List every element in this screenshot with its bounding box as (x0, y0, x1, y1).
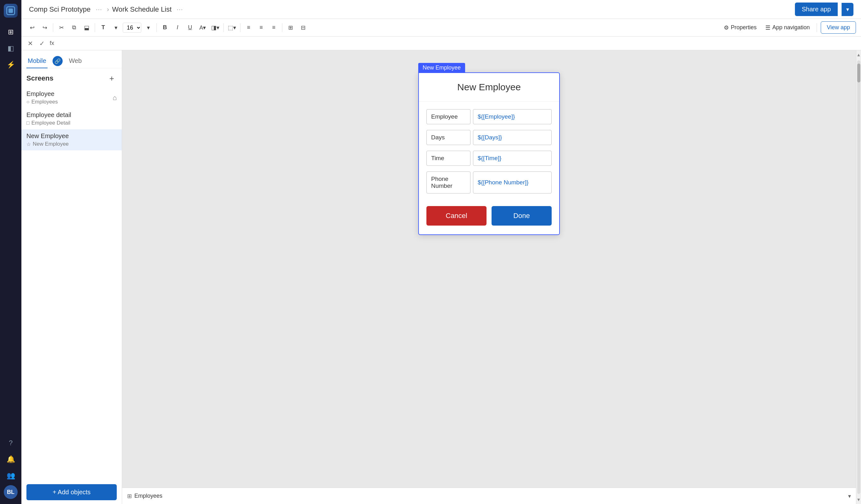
scroll-track[interactable] (857, 60, 860, 494)
share-app-button[interactable]: Share app (795, 2, 838, 16)
screen-item-new-left: New Employee ☆ New Employee (26, 132, 69, 147)
field-label-employee[interactable]: Employee (426, 109, 470, 124)
screen-item-employee[interactable]: Employee ○ Employees ⌂ (22, 87, 122, 108)
cut-button[interactable]: ✂ (56, 22, 67, 33)
panel-tabs: Mobile 🔗 Web (22, 50, 122, 68)
align-left-button[interactable]: ≡ (243, 22, 254, 33)
screen-new-name: New Employee (26, 132, 69, 140)
tab-web[interactable]: Web (68, 54, 83, 68)
screen-new-sub-label: New Employee (33, 141, 69, 147)
screen-employee-sub-label: Employees (31, 99, 58, 105)
sidebar-nav-grid[interactable]: ⊞ (4, 25, 18, 39)
bottom-bar-chevron[interactable]: ▾ (848, 493, 851, 500)
italic-button[interactable]: I (172, 22, 183, 33)
toolbar-sep-5 (240, 23, 241, 32)
font-dropdown[interactable]: ▾ (110, 22, 122, 33)
screen-list: Employee ○ Employees ⌂ Employee detail □ (22, 86, 122, 284)
toolbar-sep-3 (156, 23, 157, 32)
home-icon[interactable]: ⌂ (113, 94, 117, 102)
cancel-button[interactable]: Cancel (426, 206, 487, 226)
nav-icon: ☰ (765, 24, 770, 31)
toolbar: ↩ ↪ ✂ ⧉ ⬓ T ▾ 16 14 18 20 ▾ B I U A▾ ◨▾ … (22, 19, 861, 37)
screen-menu-dots[interactable]: ⋯ (175, 5, 185, 14)
app-logo[interactable] (4, 4, 18, 18)
done-button[interactable]: Done (492, 206, 552, 226)
icon-sidebar: ⊞ ◧ ⚡ ? 🔔 👥 BL (0, 0, 22, 504)
view-app-button[interactable]: View app (821, 22, 856, 34)
grid-button[interactable]: ⊞ (285, 22, 296, 33)
form-body: Employee ${[Employee]} Days (419, 102, 559, 201)
formula-cancel-button[interactable]: ✕ (26, 38, 34, 48)
sidebar-nav-lightning[interactable]: ⚡ (4, 58, 18, 72)
field-row-time: Time ${[Time]} (426, 151, 552, 166)
sidebar-nav-bell[interactable]: 🔔 (4, 452, 18, 466)
share-app-dropdown[interactable]: ▾ (842, 3, 853, 16)
screen-detail-sub-label: Employee Detail (31, 120, 70, 126)
screen-label-tag: New Employee (418, 63, 465, 73)
paste-button[interactable]: ⬓ (81, 22, 92, 33)
form-title-bar: New Employee (419, 73, 559, 102)
main-area: Comp Sci Prototype ⋯ › Work Schedule Lis… (22, 0, 861, 504)
underline-button[interactable]: U (184, 22, 196, 33)
user-avatar[interactable]: BL (4, 485, 18, 499)
field-row-phone: Phone Number ${[Phone Number]} (426, 171, 552, 194)
screen-detail-sub: □ Employee Detail (26, 120, 71, 126)
font-size-select[interactable]: 16 14 18 20 (123, 23, 141, 33)
app-navigation-button[interactable]: ☰ App navigation (762, 22, 813, 33)
align-right-button[interactable]: ≡ (268, 22, 279, 33)
properties-button[interactable]: ⚙ Properties (721, 22, 760, 33)
undo-button[interactable]: ↩ (26, 22, 38, 33)
redo-button[interactable]: ↪ (39, 22, 50, 33)
tab-mobile[interactable]: Mobile (26, 54, 47, 68)
logo-inner (6, 6, 15, 15)
field-label-phone[interactable]: Phone Number (426, 171, 470, 194)
font-color-button[interactable]: A▾ (197, 22, 208, 33)
toolbar-sep-2 (95, 23, 95, 32)
align-center-button[interactable]: ≡ (256, 22, 267, 33)
bottom-bar: ⊞ Employees ▾ (122, 488, 856, 504)
font-button[interactable]: T (98, 22, 109, 33)
form-title: New Employee (457, 82, 521, 92)
canvas-content: New Employee New Employee Employee (122, 50, 856, 488)
fill-color-button[interactable]: ◨▾ (209, 22, 221, 33)
sidebar-nav-layers[interactable]: ◧ (4, 42, 18, 55)
screen-item-detail-left: Employee detail □ Employee Detail (26, 111, 71, 126)
bold-button[interactable]: B (159, 22, 170, 33)
field-label-days[interactable]: Days (426, 130, 470, 145)
add-screen-button[interactable]: + (107, 73, 117, 83)
font-size-dropdown[interactable]: ▾ (142, 22, 154, 33)
screen-employee-sub: ○ Employees (26, 99, 58, 105)
sidebar-nav-users[interactable]: 👥 (4, 469, 18, 482)
field-value-time[interactable]: ${[Time]} (473, 151, 552, 166)
bottom-bar-label: Employees (134, 493, 162, 499)
app-menu-dots[interactable]: ⋯ (94, 5, 104, 14)
header-bar: Comp Sci Prototype ⋯ › Work Schedule Lis… (22, 0, 861, 19)
add-objects-button[interactable]: + Add objects (26, 484, 117, 500)
grid-options-button[interactable]: ⊟ (297, 22, 309, 33)
sidebar-nav-help[interactable]: ? (4, 436, 18, 450)
screen-item-employee-detail[interactable]: Employee detail □ Employee Detail (22, 108, 122, 129)
screen-employee-name: Employee (26, 90, 58, 98)
form-footer: Cancel Done (419, 201, 559, 234)
mobile-link-icon[interactable]: 🔗 (53, 56, 63, 66)
field-value-days[interactable]: ${[Days]} (473, 130, 552, 145)
copy-button[interactable]: ⧉ (68, 22, 80, 33)
screen-detail-name: Employee detail (26, 111, 71, 118)
field-label-time[interactable]: Time (426, 151, 470, 166)
screen-item-new-employee[interactable]: New Employee ☆ New Employee (22, 129, 122, 150)
border-button[interactable]: ⬚▾ (226, 22, 237, 33)
form-canvas-container: New Employee New Employee Employee (418, 63, 560, 235)
screen-detail-icon: □ (26, 120, 30, 126)
formula-input[interactable] (58, 40, 856, 46)
screen-item-employee-left: Employee ○ Employees (26, 90, 58, 105)
field-value-employee[interactable]: ${[Employee]} (473, 109, 552, 124)
field-row-days: Days ${[Days]} (426, 130, 552, 145)
field-row-employee: Employee ${[Employee]} (426, 109, 552, 124)
field-value-phone[interactable]: ${[Phone Number]} (473, 171, 552, 194)
left-panel: Mobile 🔗 Web Screens + Employee ○ Employ (22, 50, 122, 504)
scroll-thumb (857, 64, 860, 82)
bottom-bar-grid-icon: ⊞ (127, 493, 132, 500)
formula-confirm-button[interactable]: ✓ (38, 38, 46, 48)
screen-employee-icon: ○ (26, 99, 30, 105)
app-name: Comp Sci Prototype (29, 5, 91, 14)
